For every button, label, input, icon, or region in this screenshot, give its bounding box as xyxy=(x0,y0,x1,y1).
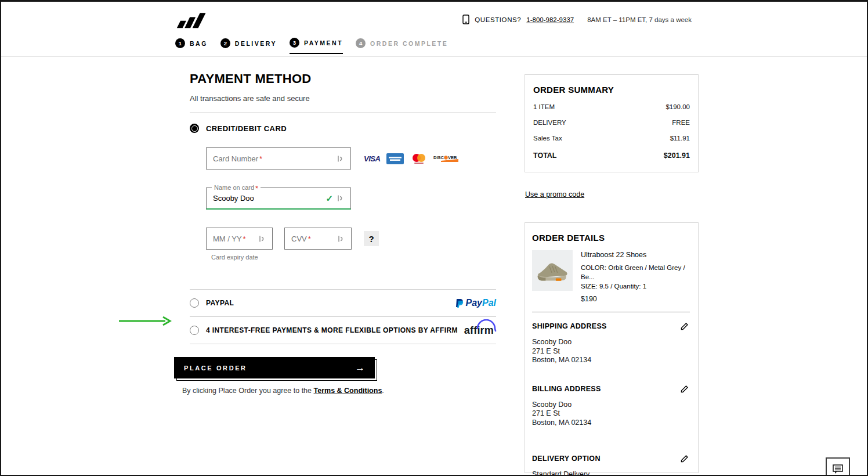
amex-icon xyxy=(386,153,404,164)
place-order-button[interactable]: PLACE ORDER → xyxy=(174,357,375,378)
paypal-logo: PayPal xyxy=(455,298,496,308)
visa-icon: VISA xyxy=(364,154,380,163)
step-label: BAG xyxy=(190,40,208,47)
affirm-option[interactable]: 4 INTEREST-FREE PAYMENTS & MORE FLEXIBLE… xyxy=(190,317,496,344)
checkout-steps: 1 BAG 2 DELIVERY 3 PAYMENT 4 ORDER COMPL… xyxy=(175,38,448,54)
edit-delivery-button[interactable] xyxy=(680,455,689,465)
step-bag[interactable]: 1 BAG xyxy=(175,38,208,53)
credit-card-label: CREDIT/DEBIT CARD xyxy=(206,124,287,133)
shipping-address-value: Scooby Doo 271 E St Boston, MA 02134 xyxy=(532,338,691,365)
paypal-option[interactable]: PAYPAL PayPal xyxy=(190,290,496,317)
step-payment[interactable]: 3 PAYMENT xyxy=(290,38,343,54)
step-number: 2 xyxy=(220,38,230,48)
pencil-icon xyxy=(680,455,689,463)
paypal-p-icon xyxy=(455,298,464,308)
pencil-icon xyxy=(680,385,689,394)
delivery-option-section: DELIVERY OPTION Standard Delivery Thu No… xyxy=(532,455,691,476)
billing-address-value: Scooby Doo 271 E St Boston, MA 02134 xyxy=(532,401,691,427)
chat-icon xyxy=(832,464,844,475)
summary-row-total: TOTAL$201.91 xyxy=(533,152,690,160)
expiry-placeholder: MM / YY xyxy=(213,235,242,243)
card-scan-icon xyxy=(258,235,266,243)
cvv-help-button[interactable]: ? xyxy=(364,231,379,246)
paypal-radio[interactable] xyxy=(190,298,199,308)
adidas-logo xyxy=(176,8,206,31)
required-asterisk: * xyxy=(243,235,246,243)
cvv-input[interactable]: CVV * xyxy=(284,228,352,250)
delivery-option-value: Standard Delivery Thu Nov. 03 FREE xyxy=(532,470,691,476)
order-details-panel: ORDER DETAILS Ultraboost 22 Shoes xyxy=(525,222,699,473)
phone-icon xyxy=(462,15,469,24)
annotation-arrow xyxy=(118,316,172,326)
affirm-logo: affirm xyxy=(464,324,496,337)
payment-section: PAYMENT METHOD All transactions are safe… xyxy=(190,71,496,344)
product-size-qty: SIZE: 9.5 / Quantity: 1 xyxy=(581,282,691,291)
order-summary-panel: ORDER SUMMARY 1 ITEM$190.00 DELIVERYFREE… xyxy=(525,74,699,172)
promo-code-link[interactable]: Use a promo code xyxy=(525,190,584,199)
name-on-card-label: Name on card* xyxy=(212,184,261,193)
product-image xyxy=(532,250,573,291)
order-summary-title: ORDER SUMMARY xyxy=(533,85,690,95)
step-number: 4 xyxy=(356,38,366,48)
edit-shipping-button[interactable] xyxy=(680,322,689,333)
billing-address-title: BILLING ADDRESS xyxy=(532,385,601,393)
terms-link[interactable]: Terms & Conditions xyxy=(314,387,382,395)
billing-address-section: BILLING ADDRESS Scooby Doo 271 E St Bost… xyxy=(532,385,691,427)
header-contact: QUESTIONS? 1-800-982-9337 8AM ET – 11PM … xyxy=(462,15,692,24)
pencil-icon xyxy=(680,322,689,331)
place-order-label: PLACE ORDER xyxy=(184,365,247,372)
arrow-right-icon: → xyxy=(355,362,365,374)
product-row: Ultraboost 22 Shoes COLOR: Orbit Green /… xyxy=(532,250,691,304)
step-delivery[interactable]: 2 DELIVERY xyxy=(220,38,277,53)
expiry-input[interactable]: MM / YY * xyxy=(206,228,273,250)
required-asterisk: * xyxy=(259,154,262,163)
checkout-header: 1 BAG 2 DELIVERY 3 PAYMENT 4 ORDER COMPL… xyxy=(1,2,867,57)
affirm-label: 4 INTEREST-FREE PAYMENTS & MORE FLEXIBLE… xyxy=(206,326,458,334)
credit-card-option[interactable]: CREDIT/DEBIT CARD xyxy=(190,124,496,133)
card-form: Card Number * VISA xyxy=(206,147,496,261)
page-title: PAYMENT METHOD xyxy=(190,71,496,86)
shoe-image xyxy=(534,253,570,289)
valid-check-icon: ✓ xyxy=(326,193,333,204)
card-scan-icon xyxy=(337,235,345,243)
summary-row-tax: Sales Tax$11.91 xyxy=(533,135,690,142)
order-details-title: ORDER DETAILS xyxy=(532,233,691,243)
shipping-address-title: SHIPPING ADDRESS xyxy=(532,322,607,330)
step-label: ORDER COMPLETE xyxy=(370,40,448,47)
step-label: PAYMENT xyxy=(304,39,343,46)
card-number-placeholder: Card Number xyxy=(213,154,258,163)
svg-text:DISC: DISC xyxy=(433,155,444,160)
expiry-helper-text: Card expiry date xyxy=(211,254,496,261)
shipping-address-section: SHIPPING ADDRESS Scooby Doo 271 E St Bos… xyxy=(532,322,691,365)
step-number: 3 xyxy=(290,38,299,48)
accepted-cards: VISA DISC VER xyxy=(364,153,458,164)
affirm-arc-icon xyxy=(475,319,497,332)
cvv-placeholder: CVV xyxy=(291,235,307,243)
step-order-complete: 4 ORDER COMPLETE xyxy=(356,38,448,53)
support-hours: 8AM ET – 11PM ET, 7 days a week xyxy=(587,16,692,23)
product-price: $190 xyxy=(581,294,691,305)
card-number-input[interactable]: Card Number * xyxy=(206,147,351,170)
phone-link[interactable]: 1-800-982-9337 xyxy=(526,16,574,23)
credit-card-radio[interactable] xyxy=(190,124,199,133)
required-asterisk: * xyxy=(308,235,311,243)
affirm-radio[interactable] xyxy=(190,326,199,335)
name-on-card-input[interactable]: Name on card* Scooby Doo ✓ xyxy=(206,187,351,210)
summary-row-delivery: DELIVERYFREE xyxy=(533,119,690,126)
step-number: 1 xyxy=(175,38,185,48)
questions-label: QUESTIONS? xyxy=(475,16,521,23)
divider xyxy=(532,312,690,312)
name-on-card-value: Scooby Doo xyxy=(213,194,254,203)
checkout-page: 1 BAG 2 DELIVERY 3 PAYMENT 4 ORDER COMPL… xyxy=(0,0,868,476)
product-color: COLOR: Orbit Green / Metal Grey / Be... xyxy=(581,263,691,282)
delivery-option-title: DELIVERY OPTION xyxy=(532,455,601,463)
edit-billing-button[interactable] xyxy=(680,385,689,395)
promo-code-link-wrap: Use a promo code xyxy=(525,190,584,199)
card-scan-icon xyxy=(337,194,344,203)
summary-row-items: 1 ITEM$190.00 xyxy=(533,103,690,110)
terms-note: By clicking Place Order you agree to the… xyxy=(182,387,384,395)
payment-subtitle: All transactions are safe and secure xyxy=(190,94,496,103)
chat-button[interactable] xyxy=(826,457,850,476)
discover-icon: DISC VER xyxy=(433,154,458,163)
divider xyxy=(190,113,496,113)
